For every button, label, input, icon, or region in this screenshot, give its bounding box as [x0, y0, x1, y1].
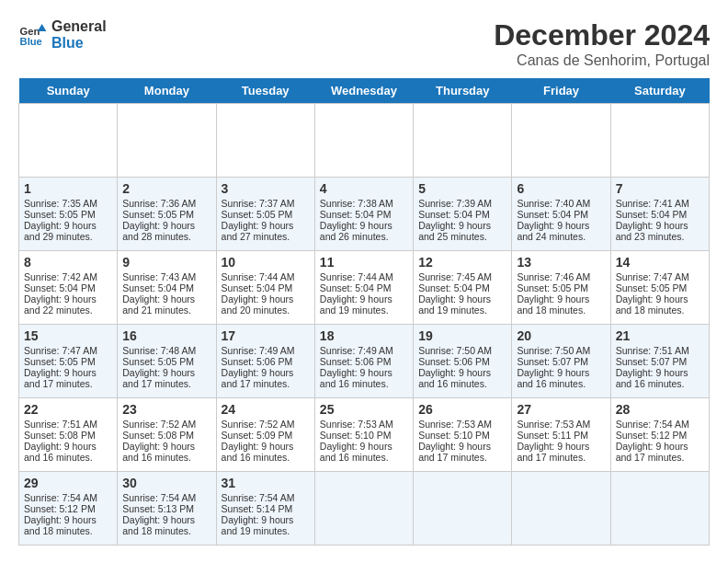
day-number: 11	[320, 255, 408, 270]
calendar-cell: 18Sunrise: 7:49 AMSunset: 5:06 PMDayligh…	[314, 325, 413, 398]
sunrise-text: Sunrise: 7:54 AM	[24, 492, 112, 503]
daylight-text: Daylight: 9 hours and 22 minutes.	[24, 293, 112, 316]
sunset-text: Sunset: 5:08 PM	[24, 430, 112, 441]
daylight-text: Daylight: 9 hours and 17 minutes.	[418, 441, 506, 463]
sunrise-text: Sunrise: 7:54 AM	[616, 419, 704, 430]
calendar-cell: 14Sunrise: 7:47 AMSunset: 5:05 PMDayligh…	[610, 251, 709, 325]
sunrise-text: Sunrise: 7:37 AM	[222, 198, 310, 209]
sunset-text: Sunset: 5:05 PM	[122, 356, 210, 367]
calendar-week-row: 8Sunrise: 7:42 AMSunset: 5:04 PMDaylight…	[19, 251, 710, 325]
day-number: 4	[320, 181, 408, 196]
sunrise-text: Sunrise: 7:53 AM	[320, 419, 408, 430]
day-number: 6	[517, 181, 605, 196]
sunrise-text: Sunrise: 7:53 AM	[418, 419, 506, 430]
calendar-cell	[414, 472, 512, 546]
sunrise-text: Sunrise: 7:43 AM	[122, 271, 210, 282]
calendar-cell	[610, 104, 709, 178]
calendar-week-row: 15Sunrise: 7:47 AMSunset: 5:05 PMDayligh…	[19, 325, 710, 398]
daylight-text: Daylight: 9 hours and 17 minutes.	[616, 441, 704, 463]
sunset-text: Sunset: 5:06 PM	[418, 356, 506, 367]
sunrise-text: Sunrise: 7:54 AM	[122, 492, 210, 503]
sunrise-text: Sunrise: 7:49 AM	[320, 345, 408, 356]
calendar-week-row: 1Sunrise: 7:35 AMSunset: 5:05 PMDaylight…	[19, 178, 710, 251]
day-number: 13	[517, 255, 605, 270]
daylight-text: Daylight: 9 hours and 26 minutes.	[320, 220, 408, 242]
day-number: 31	[222, 476, 310, 490]
sunset-text: Sunset: 5:13 PM	[122, 503, 210, 514]
calendar-cell	[216, 104, 314, 178]
sunset-text: Sunset: 5:10 PM	[320, 430, 408, 441]
calendar-cell: 21Sunrise: 7:51 AMSunset: 5:07 PMDayligh…	[610, 325, 709, 398]
sunset-text: Sunset: 5:04 PM	[24, 282, 112, 293]
day-number: 19	[418, 328, 506, 343]
calendar-header-row: SundayMondayTuesdayWednesdayThursdayFrid…	[19, 78, 710, 104]
title-block: December 2024 Canas de Senhorim, Portuga…	[494, 18, 710, 69]
svg-text:Blue: Blue	[20, 36, 42, 47]
calendar-cell: 30Sunrise: 7:54 AMSunset: 5:13 PMDayligh…	[118, 472, 216, 546]
sunrise-text: Sunrise: 7:50 AM	[517, 345, 605, 356]
sunrise-text: Sunrise: 7:52 AM	[122, 419, 210, 430]
sunset-text: Sunset: 5:04 PM	[222, 282, 310, 293]
sunset-text: Sunset: 5:07 PM	[616, 356, 704, 367]
sunset-text: Sunset: 5:05 PM	[24, 209, 112, 220]
sunset-text: Sunset: 5:04 PM	[517, 209, 605, 220]
day-header-saturday: Saturday	[610, 78, 709, 104]
sunrise-text: Sunrise: 7:36 AM	[122, 198, 210, 209]
sunrise-text: Sunrise: 7:49 AM	[222, 345, 310, 356]
daylight-text: Daylight: 9 hours and 19 minutes.	[418, 293, 506, 316]
calendar-cell: 1Sunrise: 7:35 AMSunset: 5:05 PMDaylight…	[19, 178, 118, 251]
day-number: 8	[24, 255, 112, 270]
sunset-text: Sunset: 5:05 PM	[616, 282, 704, 293]
calendar-cell: 9Sunrise: 7:43 AMSunset: 5:04 PMDaylight…	[118, 251, 216, 325]
day-number: 24	[222, 402, 310, 417]
day-number: 28	[616, 402, 704, 417]
calendar-cell: 12Sunrise: 7:45 AMSunset: 5:04 PMDayligh…	[414, 251, 512, 325]
day-number: 18	[320, 328, 408, 343]
daylight-text: Daylight: 9 hours and 23 minutes.	[616, 220, 704, 242]
day-number: 10	[222, 255, 310, 270]
calendar-cell	[118, 104, 216, 178]
day-number: 22	[24, 402, 112, 417]
day-number: 25	[320, 402, 408, 417]
day-number: 15	[24, 328, 112, 343]
calendar-cell: 24Sunrise: 7:52 AMSunset: 5:09 PMDayligh…	[216, 398, 314, 472]
calendar-cell: 8Sunrise: 7:42 AMSunset: 5:04 PMDaylight…	[19, 251, 118, 325]
calendar-cell: 5Sunrise: 7:39 AMSunset: 5:04 PMDaylight…	[414, 178, 512, 251]
sunset-text: Sunset: 5:04 PM	[320, 209, 408, 220]
daylight-text: Daylight: 9 hours and 18 minutes.	[24, 514, 112, 536]
calendar-cell	[512, 472, 610, 546]
day-number: 20	[517, 328, 605, 343]
sunset-text: Sunset: 5:04 PM	[616, 209, 704, 220]
sunrise-text: Sunrise: 7:47 AM	[616, 271, 704, 282]
calendar-cell	[414, 104, 512, 178]
sunrise-text: Sunrise: 7:35 AM	[24, 198, 112, 209]
sunset-text: Sunset: 5:05 PM	[517, 282, 605, 293]
daylight-text: Daylight: 9 hours and 18 minutes.	[616, 293, 704, 316]
svg-text:Gen: Gen	[20, 26, 40, 37]
calendar-cell	[314, 472, 413, 546]
sunset-text: Sunset: 5:05 PM	[122, 209, 210, 220]
calendar-cell	[610, 472, 709, 546]
calendar-cell: 19Sunrise: 7:50 AMSunset: 5:06 PMDayligh…	[414, 325, 512, 398]
day-number: 12	[418, 255, 506, 270]
calendar-cell	[512, 104, 610, 178]
calendar-cell: 4Sunrise: 7:38 AMSunset: 5:04 PMDaylight…	[314, 178, 413, 251]
daylight-text: Daylight: 9 hours and 27 minutes.	[222, 220, 310, 242]
day-number: 16	[122, 328, 210, 343]
sunrise-text: Sunrise: 7:47 AM	[24, 345, 112, 356]
daylight-text: Daylight: 9 hours and 19 minutes.	[320, 293, 408, 316]
day-header-tuesday: Tuesday	[216, 78, 314, 104]
daylight-text: Daylight: 9 hours and 16 minutes.	[24, 441, 112, 463]
day-number: 5	[418, 181, 506, 196]
calendar-cell: 31Sunrise: 7:54 AMSunset: 5:14 PMDayligh…	[216, 472, 314, 546]
day-header-sunday: Sunday	[19, 78, 118, 104]
sunset-text: Sunset: 5:12 PM	[24, 503, 112, 514]
sunset-text: Sunset: 5:09 PM	[222, 430, 310, 441]
sunset-text: Sunset: 5:06 PM	[222, 356, 310, 367]
sunrise-text: Sunrise: 7:54 AM	[222, 492, 310, 503]
calendar-cell: 16Sunrise: 7:48 AMSunset: 5:05 PMDayligh…	[118, 325, 216, 398]
sunrise-text: Sunrise: 7:40 AM	[517, 198, 605, 209]
sunset-text: Sunset: 5:04 PM	[418, 282, 506, 293]
daylight-text: Daylight: 9 hours and 16 minutes.	[418, 367, 506, 389]
sunrise-text: Sunrise: 7:45 AM	[418, 271, 506, 282]
